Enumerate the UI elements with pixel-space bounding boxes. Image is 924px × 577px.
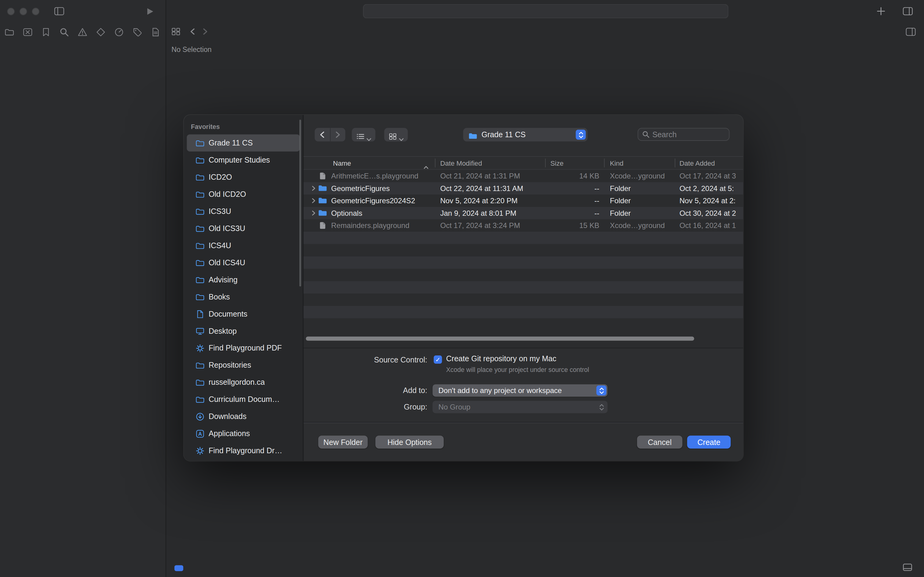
list-view-button[interactable] bbox=[352, 128, 375, 141]
navigator-pane bbox=[0, 0, 166, 577]
column-divider[interactable] bbox=[435, 159, 435, 168]
inspector-toggle-icon[interactable] bbox=[903, 7, 913, 15]
breakpoint-filter-icon[interactable] bbox=[174, 565, 184, 571]
document-icon bbox=[196, 309, 204, 318]
gear-icon bbox=[196, 446, 204, 455]
table-row[interactable]: Optionals Jan 9, 2024 at 8:01 PM -- Fold… bbox=[303, 207, 743, 219]
navigator-tests-icon[interactable] bbox=[96, 28, 105, 37]
editor-minimap-icon[interactable] bbox=[171, 28, 180, 35]
sidebar-item-find-playground-pdf[interactable]: Find Playground PDF bbox=[187, 340, 300, 357]
disclosure-triangle-icon[interactable] bbox=[312, 185, 318, 191]
search-input[interactable] bbox=[652, 130, 725, 139]
column-header-date-modified[interactable]: Date Modified bbox=[435, 160, 545, 166]
disclosure-triangle-icon[interactable] bbox=[312, 198, 318, 203]
hide-options-button[interactable]: Hide Options bbox=[375, 435, 444, 448]
sidebar-item-downloads[interactable]: Downloads bbox=[187, 408, 300, 425]
file-date-added: Oct 2, 2024 at 5: bbox=[674, 184, 743, 193]
folder-icon bbox=[196, 190, 204, 198]
sidebar-item-computer-studies[interactable]: Computer Studies bbox=[187, 152, 300, 169]
sidebar-item-advising[interactable]: Advising bbox=[187, 271, 300, 288]
file-name: GeometricFigures bbox=[331, 184, 390, 193]
minimize-button[interactable] bbox=[19, 8, 27, 15]
editor-forward-icon[interactable] bbox=[203, 28, 207, 35]
sidebar-item-label: ICD2O bbox=[209, 172, 232, 182]
column-header-size[interactable]: Size bbox=[545, 160, 604, 166]
debug-area-toggle-icon[interactable] bbox=[903, 564, 913, 571]
sidebar-item-find-playground-dr[interactable]: Find Playground Dr… bbox=[187, 442, 300, 459]
navigator-debug-icon[interactable] bbox=[114, 28, 124, 37]
folder-icon bbox=[196, 378, 204, 386]
sidebar-item-desktop[interactable]: Desktop bbox=[187, 322, 300, 340]
navigator-project-icon[interactable] bbox=[5, 28, 14, 37]
add-to-popup[interactable]: Don't add to any project or workspace bbox=[433, 384, 608, 397]
sidebar-item-label: Repositories bbox=[209, 361, 251, 369]
sidebar-scrollbar[interactable] bbox=[299, 119, 301, 286]
file-name: Optionals bbox=[331, 209, 362, 217]
column-divider[interactable] bbox=[674, 159, 675, 168]
column-header-name[interactable]: Name bbox=[303, 160, 435, 166]
table-row[interactable]: GeometricFigures2024S2 Nov 5, 2024 at 2:… bbox=[303, 194, 743, 207]
close-button[interactable] bbox=[7, 8, 14, 15]
navigator-issues-icon[interactable] bbox=[78, 28, 87, 37]
search-field[interactable] bbox=[638, 128, 730, 140]
folder-icon bbox=[196, 173, 204, 181]
sidebar-item-curriculum-documents[interactable]: Curriculum Docum… bbox=[187, 391, 300, 408]
sidebar-item-label: russellgordon.ca bbox=[209, 378, 265, 387]
navigator-breakpoints-icon[interactable] bbox=[133, 28, 142, 37]
add-to-value: Don't add to any project or workspace bbox=[438, 386, 562, 395]
new-folder-button[interactable]: New Folder bbox=[318, 435, 368, 448]
sidebar-item-label: Grade 11 CS bbox=[209, 139, 253, 147]
table-row[interactable]: Remainders.playground Oct 17, 2024 at 3:… bbox=[303, 219, 743, 232]
table-row[interactable]: GeometricFigures Oct 22, 2024 at 11:31 A… bbox=[303, 182, 743, 194]
folder-icon bbox=[196, 293, 204, 301]
sidebar-item-label: Old ICS3U bbox=[209, 224, 245, 233]
file-date-modified: Nov 5, 2024 at 2:20 PM bbox=[435, 197, 545, 205]
editor-options-icon[interactable] bbox=[906, 28, 916, 36]
column-header-date-added[interactable]: Date Added bbox=[674, 160, 743, 166]
sidebar-item-books[interactable]: Books bbox=[187, 288, 300, 305]
sidebar-item-icd2o[interactable]: ICD2O bbox=[187, 169, 300, 186]
create-button[interactable]: Create bbox=[687, 435, 731, 448]
group-popup[interactable]: No Group bbox=[433, 401, 608, 413]
navigator-find-icon[interactable] bbox=[60, 28, 69, 37]
column-divider[interactable] bbox=[604, 159, 605, 168]
sidebar-item-grade-11-cs[interactable]: Grade 11 CS bbox=[187, 134, 300, 152]
sidebar-item-old-icd2o[interactable]: Old ICD2O bbox=[187, 185, 300, 203]
zoom-button[interactable] bbox=[32, 8, 39, 15]
sidebar-item-russellgordon-ca[interactable]: russellgordon.ca bbox=[187, 374, 300, 391]
chevron-down-icon bbox=[399, 133, 403, 137]
git-repository-checkbox-label[interactable]: Create Git repository on my Mac bbox=[446, 354, 556, 363]
column-header-kind[interactable]: Kind bbox=[604, 160, 674, 166]
navigator-bookmarks-icon[interactable] bbox=[41, 28, 51, 37]
navigator-reports-icon[interactable] bbox=[151, 28, 160, 37]
sidebar-item-old-ics4u[interactable]: Old ICS4U bbox=[187, 254, 300, 271]
empty-row bbox=[303, 269, 743, 281]
run-icon[interactable] bbox=[146, 8, 154, 15]
sidebar-toggle-icon[interactable] bbox=[54, 7, 64, 15]
icon-view-button[interactable] bbox=[384, 128, 407, 141]
table-row[interactable]: ArithmeticE…s.playground Oct 21, 2024 at… bbox=[303, 169, 743, 182]
add-icon[interactable] bbox=[877, 7, 885, 15]
sidebar-item-ics3u[interactable]: ICS3U bbox=[187, 203, 300, 220]
column-divider[interactable] bbox=[545, 159, 546, 168]
toolbar-activity-view bbox=[363, 4, 728, 18]
editor-back-icon[interactable] bbox=[190, 28, 195, 35]
sidebar-item-applications[interactable]: Applications bbox=[187, 425, 300, 442]
source-control-label: Source Control: bbox=[327, 355, 427, 364]
folder-icon bbox=[196, 139, 204, 147]
navigator-source-control-icon[interactable] bbox=[23, 28, 32, 37]
forward-button[interactable] bbox=[330, 128, 345, 141]
disclosure-triangle-icon[interactable] bbox=[312, 210, 318, 216]
navigation-buttons bbox=[315, 128, 345, 141]
sidebar-item-ics4u[interactable]: ICS4U bbox=[187, 237, 300, 254]
horizontal-scrollbar[interactable] bbox=[306, 337, 694, 341]
location-popup[interactable]: Grade 11 CS bbox=[463, 128, 588, 141]
git-repository-checkbox[interactable] bbox=[434, 355, 442, 364]
back-button[interactable] bbox=[315, 128, 330, 141]
sidebar-item-old-ics3u[interactable]: Old ICS3U bbox=[187, 220, 300, 237]
sidebar-item-documents[interactable]: Documents bbox=[187, 305, 300, 322]
sidebar-item-repositories[interactable]: Repositories bbox=[187, 357, 300, 374]
cancel-button[interactable]: Cancel bbox=[637, 435, 683, 448]
folder-icon bbox=[196, 259, 204, 267]
file-list: ArithmeticE…s.playground Oct 21, 2024 at… bbox=[303, 169, 743, 348]
